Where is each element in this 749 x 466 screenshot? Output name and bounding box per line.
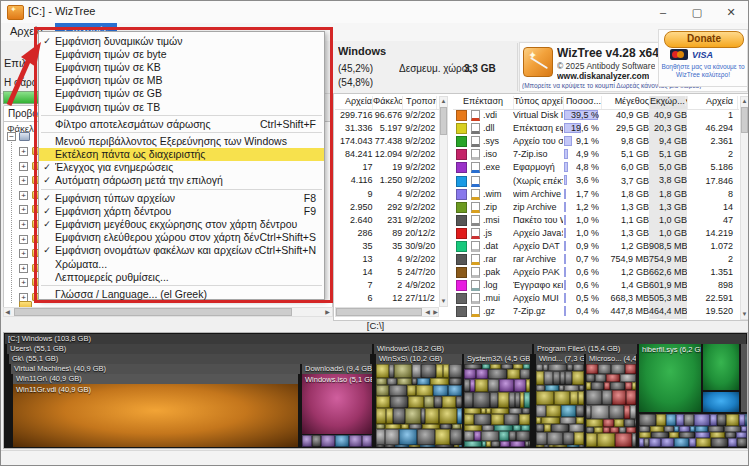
treemap-tile[interactable] <box>439 408 457 423</box>
file-type-row[interactable]: .wimwim Archive1,7 %1,8 GB1,8 GB8 <box>453 188 739 201</box>
treemap-tile[interactable] <box>586 374 595 383</box>
treemap-tile[interactable] <box>474 414 491 425</box>
menu-item[interactable]: Εμφάνιση τιμών σε byte <box>39 47 324 60</box>
scroll-down-icon[interactable]: ▼ <box>439 297 448 306</box>
treemap-tile[interactable] <box>579 445 584 447</box>
treemap-tile[interactable] <box>519 414 530 425</box>
menu-item[interactable]: Εμφάνιση ελεύθερου χώρου στον χάρτη δέντ… <box>39 231 324 244</box>
treemap-tile[interactable] <box>362 435 371 447</box>
treemap-tile[interactable] <box>526 379 530 393</box>
treemap-tile[interactable] <box>689 438 696 447</box>
treemap-tile[interactable] <box>554 391 570 406</box>
treemap-mosaic-wind[interactable] <box>536 364 584 447</box>
col-files-count[interactable]: Αρχεία <box>688 96 738 109</box>
treemap-tile[interactable] <box>544 371 553 385</box>
treemap-tile[interactable] <box>567 445 579 447</box>
treemap-tile[interactable] <box>449 364 462 378</box>
folder-table-row[interactable]: 299.71696.6769/2/202 <box>335 109 439 122</box>
tree-hscroll-thumb[interactable] <box>14 308 292 316</box>
treemap-tile[interactable] <box>591 405 609 419</box>
treemap-tile[interactable] <box>536 364 543 371</box>
treemap-tile[interactable] <box>456 396 462 408</box>
menu-item[interactable]: ✓Έλεγχος για ενημερώσεις <box>39 161 324 174</box>
file-type-row[interactable]: .sysΑρχείο του συστ9,1 %9,8 GB9,4 GB2.36… <box>453 135 739 148</box>
menu-item[interactable]: Μενού περιβάλλοντος Εξερεύνησης των Wind… <box>39 134 324 147</box>
treemap-vm-strip[interactable]: Virtual Machines\ (40,9 GB) <box>11 364 300 374</box>
file-type-row[interactable]: (Χωρίς επέκτασ3,6 %3,7 GB3,8 GB17.846 <box>453 174 739 187</box>
scroll-up-icon[interactable]: ▲ <box>740 97 749 106</box>
treemap-root-strip[interactable]: [C:] Windows (103,8 GB) <box>5 334 746 344</box>
treemap-winsxs-strip[interactable]: WinSxS\ (10,2 GB) <box>376 354 462 364</box>
col-modified[interactable]: Τροποποίη <box>403 96 437 109</box>
treemap-tile[interactable] <box>536 371 544 385</box>
menu-item[interactable]: Εμφάνιση τιμών σε MB <box>39 74 324 87</box>
treemap-tile[interactable] <box>433 385 447 397</box>
treemap-tile[interactable] <box>449 378 462 385</box>
file-type-row[interactable]: .zipzip Archive1,2 %1,3 GB1,3 GB14 <box>453 201 739 214</box>
treemap-tile[interactable] <box>586 364 598 374</box>
treemap-tile[interactable] <box>376 396 390 408</box>
treemap-tile[interactable] <box>387 378 397 385</box>
treemap-tile[interactable] <box>393 408 405 423</box>
treemap-tile[interactable] <box>739 414 746 426</box>
folder-table-row[interactable]: 2.6402319/2/202 <box>335 214 439 227</box>
treemap-tile[interactable] <box>448 385 462 397</box>
treemap-mosaic-system32[interactable] <box>464 364 530 447</box>
menu-item[interactable]: Γλώσσα / Language... (el Greek) <box>39 287 324 300</box>
treemap-tile[interactable] <box>516 431 530 441</box>
treemap-tile[interactable] <box>464 441 482 447</box>
treemap-tile[interactable] <box>504 414 519 425</box>
treemap-tile[interactable] <box>546 405 561 416</box>
treemap-tile[interactable] <box>457 408 462 423</box>
treemap-tile[interactable] <box>624 419 635 427</box>
col-allocated-sorted[interactable]: Εκχώρ...▾ <box>650 96 688 109</box>
treemap-tile[interactable] <box>509 431 516 441</box>
treemap-tile[interactable] <box>632 382 636 390</box>
treemap-tile[interactable] <box>574 432 584 445</box>
treemap-tile[interactable] <box>610 382 625 390</box>
treemap-tile[interactable] <box>520 369 530 378</box>
treemap-tile[interactable] <box>745 414 747 426</box>
treemap-tile[interactable] <box>612 390 626 404</box>
treemap-tile[interactable] <box>614 419 624 427</box>
treemap-tile[interactable] <box>510 441 525 447</box>
folder-table-row[interactable]: 2.9502929/2/202 <box>335 201 439 214</box>
folder-table-row[interactable]: 949/2/202 <box>335 188 439 201</box>
treemap-tile[interactable] <box>561 405 576 416</box>
treemap-tile[interactable] <box>586 419 603 427</box>
file-type-row[interactable]: .jsΑρχείο JavaScrip1,0 %1,3 GB1,0 GB14.2… <box>453 227 739 240</box>
treemap-microsoft-strip[interactable]: Microso... (4,4 GB) <box>586 354 636 364</box>
tree-expand-toggle[interactable]: + <box>19 191 28 200</box>
treemap-tile[interactable] <box>408 396 423 408</box>
treemap-tile[interactable] <box>335 435 350 447</box>
col-filetype[interactable]: Τύπος αρχείου <box>514 96 564 109</box>
treemap-tile[interactable] <box>602 390 612 404</box>
treemap-tile[interactable] <box>473 392 490 407</box>
treemap-program-files-strip[interactable]: Program Files\ (15,4 GB) <box>534 344 637 354</box>
menu-item[interactable]: Εμφάνιση τιμών σε TB <box>39 100 324 113</box>
treemap-tile[interactable] <box>476 369 488 378</box>
tree-expand-toggle[interactable]: + <box>19 278 28 287</box>
treemap-tile[interactable] <box>499 431 509 441</box>
treemap-tile[interactable] <box>625 364 636 374</box>
treemap-tile[interactable] <box>464 414 474 425</box>
maximize-button[interactable]: ▢ <box>680 1 714 23</box>
treemap-tile[interactable] <box>390 396 408 408</box>
treemap-tile[interactable] <box>573 364 584 371</box>
treemap-tile[interactable] <box>490 392 497 407</box>
treemap-tile[interactable] <box>488 369 507 378</box>
treemap-tile[interactable] <box>541 417 560 425</box>
folder-table-row[interactable]: 353530/9/20 <box>335 240 439 253</box>
folder-hscroll-thumb[interactable] <box>336 308 422 316</box>
treemap-tile[interactable] <box>397 378 412 385</box>
file-type-row[interactable]: .msiΠακέτο του Win1,0 %1,1 GB1,0 GB47 <box>453 214 739 227</box>
donate-button[interactable]: Donate <box>664 31 744 48</box>
scroll-right-icon[interactable]: ▶ <box>431 308 440 317</box>
treemap-tile[interactable] <box>632 433 636 447</box>
menu-item[interactable]: Εμφάνιση τιμών σε KB <box>39 60 324 73</box>
treemap-downloads-strip[interactable]: Downloads\ (9,4 GB) <box>302 364 372 374</box>
treemap-tile[interactable] <box>435 429 450 444</box>
treemap-tile[interactable] <box>536 424 544 432</box>
minimize-button[interactable]: – <box>646 1 680 23</box>
menu-item[interactable]: Εκτέλεση πάντα ως διαχειριστής <box>39 148 324 161</box>
